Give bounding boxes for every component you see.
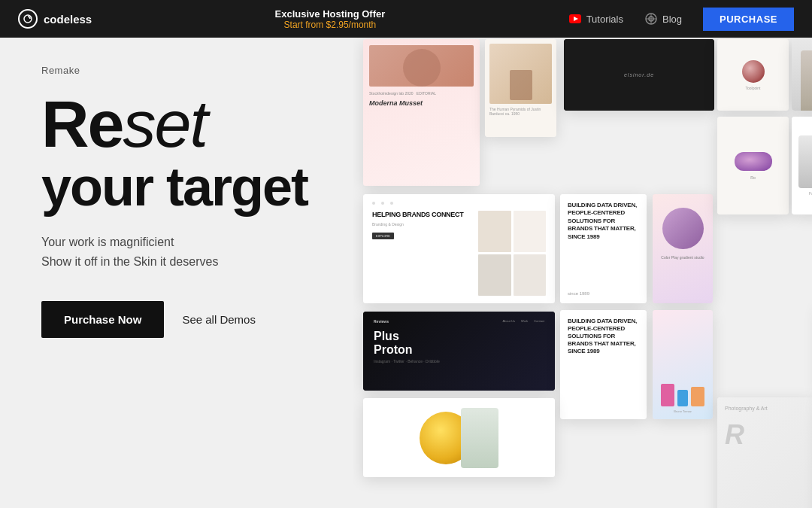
card-dark-text: elsinor.de: [624, 72, 654, 78]
pill-label: Ro: [750, 175, 755, 180]
demo-card-sphere[interactable]: Color Play gradient studio: [653, 194, 713, 303]
nav-work: Work: [521, 319, 528, 324]
card-portrait-label: The Human Pyramids of Justin Barducci ca…: [489, 107, 552, 116]
main-content: Remake Reset your target Your work is ma…: [0, 0, 812, 508]
card-portrait-inner: The Human Pyramids of Justin Barducci ca…: [485, 39, 556, 137]
card-marble-inner: Photography & Art R: [717, 397, 812, 508]
logo[interactable]: codeless: [18, 9, 92, 29]
card-red-sphere-inner: Toolpoint: [717, 39, 789, 111]
navbar: codeless Exclusive Hosting Offer Start f…: [0, 0, 812, 38]
card-image-grid: [478, 211, 546, 296]
product-bottle: [461, 408, 498, 468]
card-building-data-text: BUILDING DATA DRIVEN, PEOPLE-CENTERED SO…: [568, 202, 639, 291]
nav-dot: [390, 202, 393, 205]
hosting-offer: Exclusive Hosting Offer Start from $2.95…: [275, 8, 386, 30]
youtube-icon: [568, 12, 582, 26]
demo-card-arch[interactable]: Bruno Tomaz: [653, 310, 713, 419]
scooter-label: Fair scoot: [809, 191, 812, 196]
sphere-label: Color Play gradient studio: [661, 255, 704, 260]
page-tag: Remake: [41, 65, 323, 76]
arch-shape-2: [677, 390, 688, 406]
card-sub: Branding & Design: [372, 222, 472, 227]
blog-link[interactable]: Blog: [644, 12, 682, 26]
demo-card-plus-proton[interactable]: Reviews About Us Work Contact PlusProton…: [363, 312, 555, 391]
logo-icon: [18, 9, 38, 29]
card-magazine-inner: Stockholmdesign lab 2020 EDITORIAL Moder…: [363, 39, 480, 186]
demo-card-person[interactable]: [792, 39, 812, 111]
card-arch-inner: Bruno Tomaz: [653, 310, 713, 419]
card-cta: EXPLORE: [372, 233, 394, 239]
title-italic: set: [123, 87, 207, 161]
nav-left: codeless: [18, 9, 92, 29]
grid-cell: [478, 254, 511, 296]
card-pill-inner: Ro: [717, 117, 789, 214]
card-year: since 1989: [568, 291, 639, 296]
subtitle-line1: Your work is magnificient: [41, 233, 323, 252]
demo-card-product[interactable]: [363, 398, 555, 477]
arch-shape-3: [691, 387, 704, 406]
card-dark-top-inner: elsinor.de: [564, 39, 714, 111]
hero-title: Reset your target: [41, 90, 323, 216]
grid-cell: [478, 211, 511, 252]
card-helping-brands-inner: HELPING BRANDS CONNECT Branding & Design…: [363, 194, 555, 303]
card-content: HELPING BRANDS CONNECT Branding & Design…: [372, 211, 546, 296]
demo-card-red-sphere[interactable]: Toolpoint: [717, 39, 789, 111]
card-magazine-image: [369, 45, 474, 87]
nav-dot: [381, 202, 384, 205]
red-sphere: [742, 60, 765, 83]
tutorials-link[interactable]: Tutorials: [568, 12, 623, 26]
demo-grid: Stockholmdesign lab 2020 EDITORIAL Moder…: [353, 38, 812, 508]
demo-card-magazine[interactable]: Stockholmdesign lab 2020 EDITORIAL Moder…: [363, 39, 480, 186]
scooter-figure: [798, 135, 812, 188]
logo-text: codeless: [44, 13, 92, 26]
proton-logo: Reviews: [374, 319, 389, 324]
purchase-button[interactable]: PURCHASE: [703, 8, 794, 31]
card-person-inner: [792, 39, 812, 111]
card-dark-nav: Reviews About Us Work Contact: [374, 319, 544, 324]
arch-label: Bruno Tomaz: [674, 409, 692, 413]
title-line1: Reset: [41, 90, 323, 159]
subtitle-line2: Show it off in the Skin it deserves: [41, 252, 323, 272]
card-building-data-inner: BUILDING DATA DRIVEN, PEOPLE-CENTERED SO…: [560, 194, 647, 303]
purchase-now-button[interactable]: Purchase Now: [41, 301, 164, 338]
arch-shape-1: [661, 384, 674, 406]
demo-card-scooter[interactable]: Fair scoot: [792, 117, 812, 214]
grid-cell: [514, 254, 547, 296]
card-data-driven-inner: BUILDING DATA DRIVEN, PEOPLE-CENTERED SO…: [560, 310, 647, 419]
nav-links: Tutorials Blog PURCHASE: [568, 8, 794, 31]
card-product-inner: [363, 398, 555, 477]
demo-card-marble[interactable]: Photography & Art R: [717, 397, 812, 508]
card-portrait-image: [489, 44, 552, 104]
offer-title: Exclusive Hosting Offer: [275, 8, 386, 20]
demo-card-building-data[interactable]: BUILDING DATA DRIVEN, PEOPLE-CENTERED SO…: [560, 194, 647, 303]
card-left-col: HELPING BRANDS CONNECT Branding & Design…: [372, 211, 472, 296]
demo-card-dark-top[interactable]: elsinor.de: [564, 39, 714, 111]
tutorials-label: Tutorials: [586, 14, 623, 25]
demo-card-helping-brands[interactable]: HELPING BRANDS CONNECT Branding & Design…: [363, 194, 555, 303]
hero-buttons: Purchase Now See all Demos: [41, 301, 323, 338]
red-sphere-label: Toolpoint: [745, 86, 760, 90]
arch-shapes: [661, 384, 704, 406]
title-line2: your target: [41, 159, 323, 216]
card-magazine-title: Moderna Musset: [369, 99, 474, 107]
hero-section: Remake Reset your target Your work is ma…: [0, 38, 353, 508]
hero-subtitle: Your work is magnificient Show it off in…: [41, 233, 323, 271]
demo-card-pill[interactable]: Ro: [717, 117, 789, 214]
grid-cell: [514, 211, 547, 252]
demo-card-data-driven[interactable]: BUILDING DATA DRIVEN, PEOPLE-CENTERED SO…: [560, 310, 647, 419]
see-all-demos-button[interactable]: See all Demos: [182, 313, 256, 326]
nav-contact: Contact: [534, 319, 544, 324]
person-figure: [801, 50, 813, 111]
data-driven-text: BUILDING DATA DRIVEN, PEOPLE-CENTERED SO…: [568, 318, 639, 355]
card-scooter-inner: Fair scoot: [792, 117, 812, 214]
blog-label: Blog: [662, 14, 682, 25]
card-sphere-inner: Color Play gradient studio: [653, 194, 713, 303]
card-magazine-label: Stockholmdesign lab 2020 EDITORIAL: [369, 91, 474, 96]
pill-shape: [735, 152, 772, 171]
nav-about: About Us: [502, 319, 514, 324]
title-bold: Re: [41, 87, 123, 161]
demo-card-portrait[interactable]: The Human Pyramids of Justin Barducci ca…: [485, 39, 556, 137]
card-plus-proton-inner: Reviews About Us Work Contact PlusProton…: [363, 312, 555, 391]
marble-text: Photography & Art: [725, 405, 807, 413]
wordpress-icon: [644, 12, 658, 26]
